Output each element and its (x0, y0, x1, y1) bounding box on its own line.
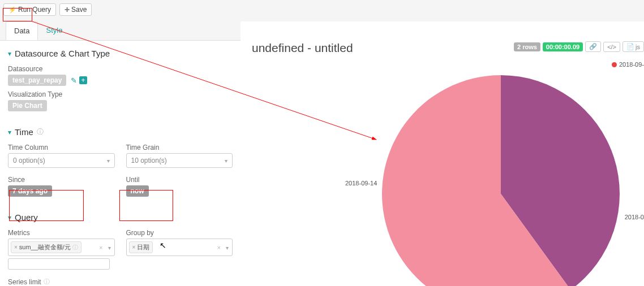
viz-type-value[interactable]: Pie Chart (8, 100, 47, 111)
legend-item-label: 2018-09- (619, 61, 644, 68)
metric-tag-text: sum__融资金额/元 (19, 243, 71, 252)
section-header-datasource[interactable]: ▾ Datasource & Chart Type (8, 44, 233, 62)
bolt-icon: ⚡ (8, 6, 16, 14)
groupby-label: Group by (126, 229, 233, 237)
section-header-query[interactable]: ▾ Query (8, 208, 233, 226)
save-button[interactable]: ✚ Save (59, 3, 92, 16)
edit-datasource-icon[interactable]: ✎ (71, 76, 77, 85)
time-badge: 00:00:00.09 (543, 42, 583, 51)
time-column-value: 0 option(s) (13, 157, 45, 164)
json-label: js (636, 44, 640, 50)
legend: 2018-09- (612, 61, 644, 68)
time-grain-select[interactable]: 10 option(s) ▾ (126, 153, 233, 168)
clear-icon[interactable]: × (99, 244, 102, 251)
legend-dot-icon (612, 62, 617, 67)
clear-icon[interactable]: × (217, 244, 221, 251)
add-datasource-icon[interactable]: + (79, 76, 87, 84)
chevron-down-icon: ▾ (225, 158, 227, 164)
tab-style[interactable]: Style (38, 21, 70, 40)
chart-area: undefined - untitled 2 rows 00:00:00.09 … (241, 21, 644, 286)
link-button[interactable]: 🔗 (585, 41, 601, 52)
datasource-value[interactable]: test_pay_repay (8, 75, 66, 86)
until-label: Until (126, 176, 233, 184)
section-header-time[interactable]: ▾ Time ⓘ (8, 123, 233, 140)
series-limit-label: Series limit ⓘ (8, 278, 233, 286)
until-value[interactable]: now (126, 185, 149, 197)
slice-label-1: 2018-09-14 (345, 180, 377, 187)
chart-title: undefined - untitled (252, 41, 353, 55)
panel-tabs: Data Style (0, 21, 241, 41)
time-column-label: Time Column (8, 144, 115, 151)
section-title: Time (15, 127, 33, 137)
control-panel: Data Style ▾ Datasource & Chart Type Dat… (0, 21, 241, 286)
info-icon: ⓘ (72, 244, 78, 252)
json-button[interactable]: 📄 js (622, 41, 644, 52)
section-time: ▾ Time ⓘ Time Column 0 option(s) ▾ (0, 119, 241, 205)
caret-down-icon: ▾ (8, 214, 11, 222)
info-icon: ⓘ (44, 278, 50, 286)
slice-label-2: 2018-09-15 (625, 214, 644, 220)
run-label: Run Query (18, 6, 51, 14)
pie-chart[interactable]: 2018-09-14 2018-09-15 (351, 70, 644, 286)
metrics-label: Metrics (8, 229, 115, 237)
tab-data[interactable]: Data (6, 21, 38, 40)
time-column-select[interactable]: 0 option(s) ▾ (8, 153, 115, 168)
chevron-down-icon: ▾ (107, 158, 110, 164)
metric-tag[interactable]: × sum__融资金额/元 ⓘ (11, 241, 81, 253)
info-icon: ⓘ (37, 127, 44, 137)
save-label: Save (71, 6, 87, 14)
time-grain-value: 10 option(s) (131, 157, 167, 164)
link-icon: 🔗 (589, 43, 597, 50)
metrics-extra-input[interactable] (8, 258, 110, 270)
viz-type-label: Visualization Type (8, 90, 233, 98)
section-datasource: ▾ Datasource & Chart Type Datasource tes… (0, 41, 241, 119)
embed-button[interactable]: </> (603, 42, 620, 52)
since-value[interactable]: 7 days ago (8, 185, 52, 197)
run-query-button[interactable]: ⚡ Run Query (3, 3, 56, 16)
file-icon: 📄 (626, 43, 634, 50)
time-grain-label: Time Grain (126, 144, 233, 151)
datasource-label: Datasource (8, 65, 233, 73)
chevron-down-icon: ▾ (226, 244, 229, 250)
caret-down-icon: ▾ (8, 50, 11, 58)
caret-down-icon: ▾ (8, 128, 11, 136)
remove-tag-icon[interactable]: × (132, 244, 136, 250)
rows-badge: 2 rows (514, 42, 540, 51)
section-title: Query (15, 213, 38, 222)
plus-icon: ✚ (65, 6, 70, 14)
remove-tag-icon[interactable]: × (14, 244, 18, 250)
groupby-tag[interactable]: × 日期 (129, 241, 153, 253)
since-label: Since (8, 176, 115, 184)
section-title: Datasource & Chart Type (15, 49, 110, 58)
section-query: ▾ Query Metrics × sum__融资金额/元 ⓘ (0, 205, 241, 286)
metrics-select[interactable]: × sum__融资金额/元 ⓘ × ▾ (8, 239, 115, 256)
toolbar: ⚡ Run Query ✚ Save (0, 0, 644, 21)
code-icon: </> (607, 44, 616, 50)
groupby-select[interactable]: × 日期 × ▾ (126, 239, 233, 256)
chevron-down-icon: ▾ (108, 244, 111, 250)
groupby-tag-text: 日期 (137, 243, 149, 252)
